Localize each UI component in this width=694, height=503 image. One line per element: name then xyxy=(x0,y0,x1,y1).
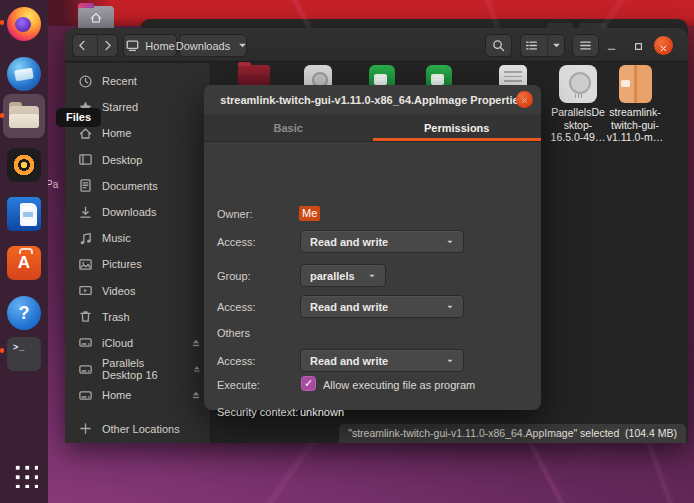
owner-access-label: Access: xyxy=(217,236,256,248)
group-access-dropdown[interactable]: Read and write xyxy=(300,295,464,318)
sidebar-item-label: Parallels Desktop 16 xyxy=(102,357,183,381)
picture-icon xyxy=(78,257,93,272)
file-parallels-desktop[interactable]: ParallelsDe sktop- 16.5.0-49… xyxy=(547,65,609,144)
dock-item-help[interactable]: ? xyxy=(7,296,41,330)
dock-item-files[interactable] xyxy=(7,99,41,133)
chevron-right-icon xyxy=(100,38,115,53)
sidebar-item-desktop[interactable]: Desktop xyxy=(65,147,210,173)
list-view-button[interactable] xyxy=(521,35,542,56)
eject-icon[interactable] xyxy=(190,337,202,349)
dock-item-terminal[interactable]: >_ xyxy=(7,337,41,371)
sidebar-item-label: Documents xyxy=(102,180,158,192)
close-icon xyxy=(658,40,669,51)
caret-down-icon xyxy=(444,301,456,313)
file-label: ParallelsDe sktop- 16.5.0-49… xyxy=(547,106,609,144)
sidebar-item-label: Pictures xyxy=(102,258,142,270)
sidebar-item-trash[interactable]: Trash xyxy=(65,304,210,330)
owner-access-dropdown[interactable]: Read and write xyxy=(300,230,464,253)
dialog-tabs: Basic Permissions xyxy=(204,114,541,142)
chevron-left-icon xyxy=(75,38,90,53)
thunderbird-icon xyxy=(7,57,41,91)
sidebar-item-label: Recent xyxy=(102,75,137,87)
list-view-icon xyxy=(524,38,539,53)
sidebar-item-label: Other Locations xyxy=(102,423,180,435)
sidebar-item-pictures[interactable]: Pictures xyxy=(65,251,210,277)
files-icon xyxy=(7,99,41,133)
path-home-button[interactable]: Home xyxy=(123,34,177,57)
close-window-button[interactable] xyxy=(654,36,673,55)
file-streamlink-appimage[interactable]: streamlink- twitch-gui- v1.11.0-m… xyxy=(605,65,665,144)
drive-icon xyxy=(78,362,93,377)
eject-icon[interactable] xyxy=(190,389,202,401)
status-bar: "streamlink-twitch-gui-v1.11.0-x86_64.Ap… xyxy=(339,424,686,443)
group-dropdown[interactable]: parallels xyxy=(300,264,386,287)
chevron-down-icon xyxy=(549,38,564,53)
dock-item-firefox[interactable] xyxy=(7,7,41,41)
maximize-icon xyxy=(632,39,645,52)
sidebar-item-label: Starred xyxy=(102,101,138,113)
document-icon xyxy=(78,178,93,193)
menu-button[interactable] xyxy=(572,34,599,57)
desktop-home-folder-icon[interactable] xyxy=(78,3,114,31)
dialog-title: streamlink-twitch-gui-v1.11.0-x86_64.App… xyxy=(220,94,524,106)
minimize-icon xyxy=(605,39,618,52)
path-downloads-button[interactable]: Downloads xyxy=(179,34,247,57)
dock-item-libreoffice-writer[interactable] xyxy=(7,197,41,231)
others-access-label: Access: xyxy=(217,355,256,367)
home-icon xyxy=(78,126,93,141)
owner-label: Owner: xyxy=(217,208,252,220)
sidebar-item-label: Downloads xyxy=(102,206,156,218)
eject-icon[interactable] xyxy=(192,363,202,375)
view-options-button[interactable] xyxy=(547,35,564,56)
sidebar-item-documents[interactable]: Documents xyxy=(65,173,210,199)
dropdown-value: parallels xyxy=(310,270,355,282)
sidebar-item-icloud[interactable]: iCloud xyxy=(65,330,210,356)
others-section-label: Others xyxy=(217,327,250,339)
show-applications-icon[interactable] xyxy=(11,461,38,488)
close-icon xyxy=(520,95,529,104)
forward-button[interactable] xyxy=(97,35,117,56)
running-indicator xyxy=(0,348,4,353)
security-context-label: Security context: xyxy=(217,406,298,418)
sidebar-item-label: Videos xyxy=(102,285,135,297)
tab-permissions[interactable]: Permissions xyxy=(373,114,542,141)
help-icon: ? xyxy=(7,296,41,330)
dock-item-thunderbird[interactable] xyxy=(7,57,41,91)
sidebar-item-music[interactable]: Music xyxy=(65,225,210,251)
sidebar-item-home-drive[interactable]: Home xyxy=(65,382,210,408)
maximize-button[interactable] xyxy=(629,36,648,55)
trash-icon xyxy=(78,309,93,324)
running-indicator xyxy=(0,113,4,118)
minimize-button[interactable] xyxy=(602,36,621,55)
headerbar: Home Downloads xyxy=(65,28,688,62)
others-access-dropdown[interactable]: Read and write xyxy=(300,349,464,372)
sidebar-item-other-locations[interactable]: Other Locations xyxy=(65,415,210,441)
caret-down-icon xyxy=(366,270,378,282)
sidebar-item-videos[interactable]: Videos xyxy=(65,278,210,304)
path-home-label: Home xyxy=(145,40,174,52)
rhythmbox-icon xyxy=(7,148,41,182)
running-indicator xyxy=(0,20,4,25)
search-button[interactable] xyxy=(485,34,512,57)
folder-tab xyxy=(78,3,94,8)
dock-tooltip: Files xyxy=(56,108,101,127)
sidebar-item-parallels-desktop[interactable]: Parallels Desktop 16 xyxy=(65,356,210,382)
dock-item-ubuntu-software[interactable]: A xyxy=(7,246,41,280)
caret-down-icon xyxy=(444,236,456,248)
view-buttons xyxy=(520,34,565,57)
terminal-icon: >_ xyxy=(7,337,41,371)
path-downloads-label: Downloads xyxy=(176,40,230,52)
sidebar-item-downloads[interactable]: Downloads xyxy=(65,199,210,225)
dropdown-value: Read and write xyxy=(310,355,388,367)
execute-checkbox[interactable] xyxy=(301,376,316,391)
download-icon xyxy=(78,205,93,220)
computer-icon xyxy=(125,38,140,53)
dock-item-rhythmbox[interactable] xyxy=(7,148,41,182)
sidebar-item-recent[interactable]: Recent xyxy=(65,68,210,94)
sidebar-item-label: Home xyxy=(102,389,131,401)
appimage-package-icon xyxy=(619,65,652,103)
tab-basic[interactable]: Basic xyxy=(204,114,373,141)
dialog-close-button[interactable] xyxy=(516,91,533,108)
back-button[interactable] xyxy=(73,35,92,56)
video-icon xyxy=(78,283,93,298)
